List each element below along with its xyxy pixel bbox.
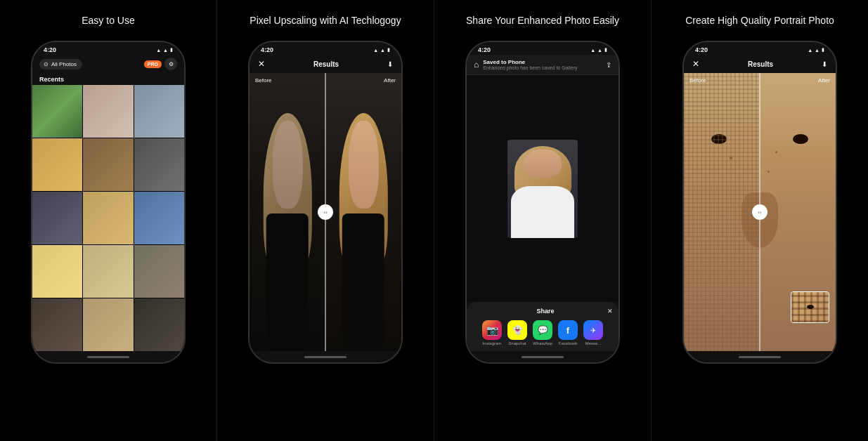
snapchat-label: Snapchat: [508, 341, 526, 345]
photo-grid: [32, 85, 184, 351]
after-label-4: After: [818, 77, 830, 84]
pixel-overlay: [684, 73, 760, 351]
photo-cell[interactable]: [134, 298, 184, 351]
close-button[interactable]: ✕: [258, 59, 265, 69]
battery-icon: ▮: [170, 47, 173, 53]
photo-cell[interactable]: [83, 298, 133, 351]
wifi-icon: ▲: [815, 48, 820, 53]
share-apps: 📷 Instagram 👻 Snapchat 💬 WhatsApp f Face…: [472, 320, 613, 345]
status-time-1: 4:20: [44, 46, 56, 53]
settings-button[interactable]: ⚙: [164, 58, 177, 70]
panel-title-1: Easy to Use: [82, 7, 134, 34]
status-bar-3: 4:20 ▲ ▲ ▮: [467, 42, 618, 55]
thumb-eye: [807, 305, 814, 309]
whatsapp-app[interactable]: 💬 WhatsApp: [533, 320, 552, 345]
body-shape: [266, 213, 309, 351]
photo-cell[interactable]: [32, 138, 82, 191]
home-bar-4: [739, 356, 781, 358]
before-after-container: Before After: [250, 73, 401, 351]
battery-icon: ▮: [604, 47, 607, 53]
after-label: After: [384, 77, 396, 84]
home-indicator-4: [684, 351, 836, 362]
home-indicator-1: [32, 351, 184, 362]
photo-cell[interactable]: [32, 192, 82, 244]
status-icons-2: ▲ ▲ ▮: [373, 47, 390, 53]
all-photos-label: All Photos: [51, 61, 77, 67]
phone-frame-1: 4:20 ▲ ▲ ▮ ⊙ All Photos PRO ⚙ Recents: [31, 41, 186, 364]
battery-icon: ▮: [387, 47, 390, 53]
download-button[interactable]: ⬇: [387, 60, 393, 68]
all-photos-button[interactable]: ⊙ All Photos: [39, 59, 82, 70]
photo-cell[interactable]: [83, 138, 133, 191]
home-bar-2: [304, 356, 346, 358]
photo-cell[interactable]: [83, 85, 133, 138]
photo-cell[interactable]: [32, 245, 82, 298]
download-button-4[interactable]: ⬇: [822, 60, 827, 68]
before-label-4: Before: [689, 77, 706, 84]
woman-background-after: [325, 73, 401, 351]
saved-banner: ⌂ Saved to Phone Enhanced photo has been…: [467, 55, 618, 75]
saved-subtitle: Enhanced photo has been saved to Gallery: [483, 65, 602, 70]
status-icons-4: ▲ ▲ ▮: [808, 47, 824, 53]
photo-cell[interactable]: [32, 85, 82, 138]
results-title: Results: [313, 60, 339, 68]
status-icons-1: ▲ ▲ ▮: [156, 47, 173, 53]
messenger-app[interactable]: ✈ Messe...: [583, 320, 603, 345]
photo-cell[interactable]: [83, 192, 133, 244]
wifi-icon: ▲: [597, 48, 602, 53]
photo-cell[interactable]: [32, 298, 82, 351]
snapchat-icon: 👻: [507, 320, 527, 340]
wifi-icon: ▲: [380, 48, 385, 53]
share-title: Share: [484, 308, 607, 315]
share-icon[interactable]: ⇪: [606, 61, 611, 69]
p-dress: [511, 186, 574, 237]
divider-handle[interactable]: ‹›: [318, 204, 333, 220]
body-shape-after: [342, 213, 384, 351]
panel-title-4: Create High Quality Portrait Photo: [685, 7, 834, 34]
status-bar-4: 4:20 ▲ ▲ ▮: [684, 42, 836, 55]
photo-cell[interactable]: [83, 245, 133, 298]
photo-cell[interactable]: [134, 245, 184, 298]
status-time-4: 4:20: [695, 46, 708, 53]
home-bar: [87, 356, 129, 358]
photos-icon: ⊙: [44, 61, 48, 67]
close-button-4[interactable]: ✕: [692, 59, 699, 69]
signal-icon: ▲: [808, 48, 812, 53]
battery-icon: ▮: [822, 47, 824, 53]
results-header-4: ✕ Results ⬇: [684, 55, 836, 73]
panel-portrait: Create High Quality Portrait Photo 4:20 …: [651, 0, 868, 441]
photo-cell[interactable]: [134, 85, 184, 138]
instagram-app[interactable]: 📷 Instagram: [482, 320, 502, 345]
share-close-button[interactable]: ✕: [607, 308, 613, 315]
facebook-app[interactable]: f Facebook: [558, 320, 578, 345]
phone-frame-3: 4:20 ▲ ▲ ▮ ⌂ Saved to Phone Enhanced pho…: [465, 41, 620, 364]
portrait-container: [467, 75, 618, 302]
panel-upscaling: Pixel Upscaling with AI Techlogogy 4:20 …: [216, 0, 434, 441]
phone-frame-4: 4:20 ▲ ▲ ▮ ✕ Results ⬇ Before After: [682, 41, 837, 364]
portrait-photo: [507, 140, 578, 238]
instagram-label: Instagram: [483, 341, 502, 345]
face-shape: [272, 121, 302, 209]
divider-handle-4[interactable]: ‹›: [752, 204, 767, 220]
before-label: Before: [255, 77, 272, 84]
photo-cell[interactable]: [134, 192, 184, 244]
woman-figure-after: [333, 101, 394, 351]
saved-text: Saved to Phone Enhanced photo has been s…: [483, 59, 602, 70]
pro-badge[interactable]: PRO: [144, 60, 162, 68]
signal-icon: ▲: [156, 48, 161, 53]
status-time-2: 4:20: [261, 46, 273, 53]
results-header-2: ✕ Results ⬇: [250, 55, 401, 73]
photo-cell[interactable]: [134, 138, 184, 191]
panel-easy-to-use: Easy to Use 4:20 ▲ ▲ ▮ ⊙ All Photos PRO …: [0, 0, 216, 441]
home-indicator-3: [467, 351, 618, 362]
whatsapp-label: WhatsApp: [533, 341, 552, 345]
messenger-label: Messe...: [585, 341, 602, 345]
wifi-icon: ▲: [163, 48, 168, 53]
share-panel: Share ✕ 📷 Instagram 👻 Snapchat 💬 WhatsAp…: [467, 302, 618, 351]
home-indicator-2: [250, 351, 401, 362]
share-content: ⌂ Saved to Phone Enhanced photo has been…: [467, 55, 618, 351]
panel-title-2: Pixel Upscaling with AI Techlogogy: [250, 7, 401, 34]
thumbnail-inset: [791, 291, 829, 323]
snapchat-app[interactable]: 👻 Snapchat: [507, 320, 527, 345]
status-icons-3: ▲ ▲ ▮: [590, 47, 607, 53]
